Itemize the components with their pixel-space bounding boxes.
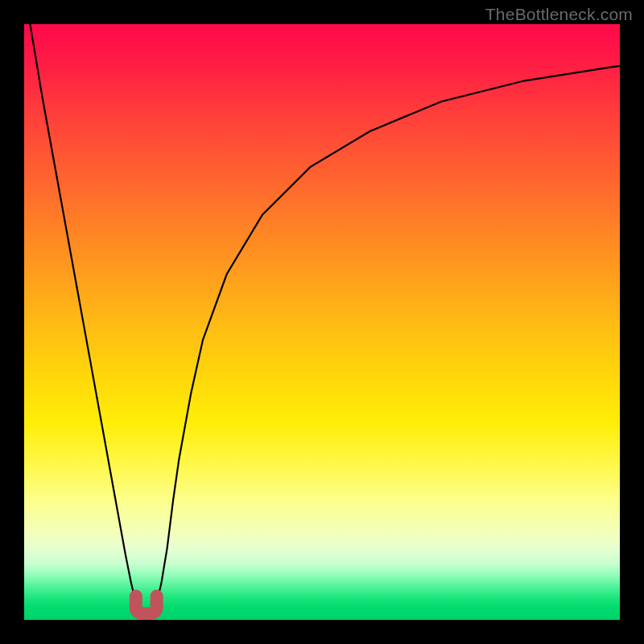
watermark-text: TheBottleneck.com	[485, 5, 633, 24]
heatmap-gradient	[24, 24, 620, 620]
plot-area	[24, 24, 620, 620]
chart-frame: TheBottleneck.com	[0, 0, 644, 644]
